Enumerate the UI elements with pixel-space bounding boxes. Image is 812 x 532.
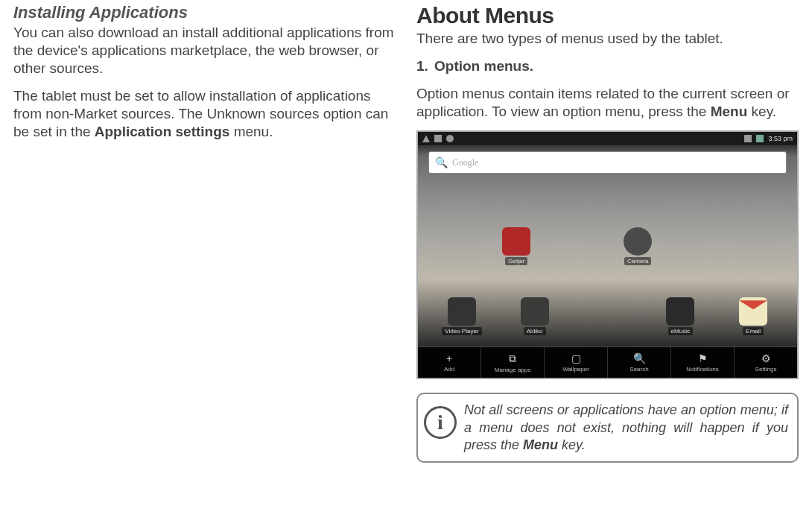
para-install-2-bold: Application settings <box>95 124 230 139</box>
para-option-desc: Option menus contain items related to th… <box>416 85 799 121</box>
para-install-2b: menu. <box>229 124 273 139</box>
search-dock-icon: 🔍 <box>633 352 646 364</box>
android-icon <box>434 135 442 142</box>
info-text-b: key. <box>558 437 586 452</box>
manage-icon: ⧉ <box>509 352 516 365</box>
list-num: 1. <box>416 58 434 75</box>
notifications-icon: ⚑ <box>698 352 708 364</box>
battery-icon <box>756 135 764 142</box>
app-getjar[interactable]: Getjar <box>491 227 542 265</box>
para-about-intro: There are two types of menus used by the… <box>416 30 799 48</box>
dock-label: Search <box>629 366 648 373</box>
app-aldiko[interactable]: Aldiko <box>510 297 560 335</box>
target-icon <box>446 135 454 142</box>
options-dock: + Add ⧉ Manage apps ▢ Wallpaper 🔍 Search… <box>418 346 797 378</box>
warning-icon <box>422 135 430 142</box>
app-label: Camera <box>624 257 651 265</box>
para-option-bold: Menu <box>711 104 748 119</box>
app-email[interactable]: Email <box>728 297 778 335</box>
aldiko-icon <box>521 297 549 326</box>
getjar-icon <box>502 227 530 256</box>
info-box: i Not all screens or applications have a… <box>416 393 799 463</box>
dock-wallpaper[interactable]: ▢ Wallpaper <box>545 347 608 378</box>
status-right: 3:53 pm <box>744 135 793 142</box>
emusic-icon <box>666 297 694 326</box>
dock-label: Settings <box>755 366 777 373</box>
info-icon: i <box>424 406 457 439</box>
video-icon <box>448 297 476 326</box>
app-row-2: Video Player Aldiko eMusic Email <box>425 297 790 335</box>
email-icon <box>739 297 767 326</box>
search-bar[interactable]: 🔍 Google <box>428 151 787 174</box>
status-time: 3:53 pm <box>768 135 793 142</box>
info-text-bold: Menu <box>523 437 558 452</box>
dock-add[interactable]: + Add <box>418 347 481 378</box>
app-label: Video Player <box>442 327 481 335</box>
wallpaper-icon: ▢ <box>571 352 581 364</box>
app-camera[interactable]: Camera <box>612 227 663 265</box>
status-left <box>422 135 454 142</box>
app-row-1: Getjar Camera <box>425 227 790 265</box>
dock-search[interactable]: 🔍 Search <box>608 347 671 378</box>
para-option-b: key. <box>747 104 776 119</box>
dock-manage-apps[interactable]: ⧉ Manage apps <box>481 347 545 378</box>
search-icon: 🔍 <box>435 156 448 168</box>
app-label: eMusic <box>668 327 693 335</box>
settings-icon: ⚙ <box>761 352 771 364</box>
add-icon: + <box>446 352 452 364</box>
dock-label: Manage apps <box>495 367 530 373</box>
dock-label: Notifications <box>686 366 719 373</box>
app-emusic[interactable]: eMusic <box>655 297 705 335</box>
heading-installing: Installing Applications <box>13 3 396 22</box>
info-text-a: Not all screens or applications have an … <box>464 402 788 452</box>
dock-settings[interactable]: ⚙ Settings <box>735 347 797 378</box>
app-label: Getjar <box>505 257 527 265</box>
app-label: Aldiko <box>524 327 546 335</box>
dock-notifications[interactable]: ⚑ Notifications <box>671 347 735 378</box>
wifi-icon <box>744 135 752 142</box>
app-label: Email <box>743 327 764 335</box>
dock-label: Add <box>444 366 454 373</box>
para-install-1: You can also download an install additio… <box>13 24 396 77</box>
para-install-2: The tablet must be set to allow installa… <box>13 87 396 140</box>
search-logo: Google <box>452 157 478 168</box>
status-bar: 3:53 pm <box>418 132 797 145</box>
tablet-screenshot: 3:53 pm 🔍 Google Getjar Camera Vi <box>416 130 799 379</box>
camera-icon <box>624 227 652 256</box>
list-label: Option menus. <box>434 58 533 74</box>
heading-about-menus: About Menus <box>416 3 799 28</box>
app-video-player[interactable]: Video Player <box>437 297 487 335</box>
list-item-option-menus: 1.Option menus. <box>416 58 799 75</box>
info-text: Not all screens or applications have an … <box>464 402 788 454</box>
dock-label: Wallpaper <box>562 366 589 373</box>
